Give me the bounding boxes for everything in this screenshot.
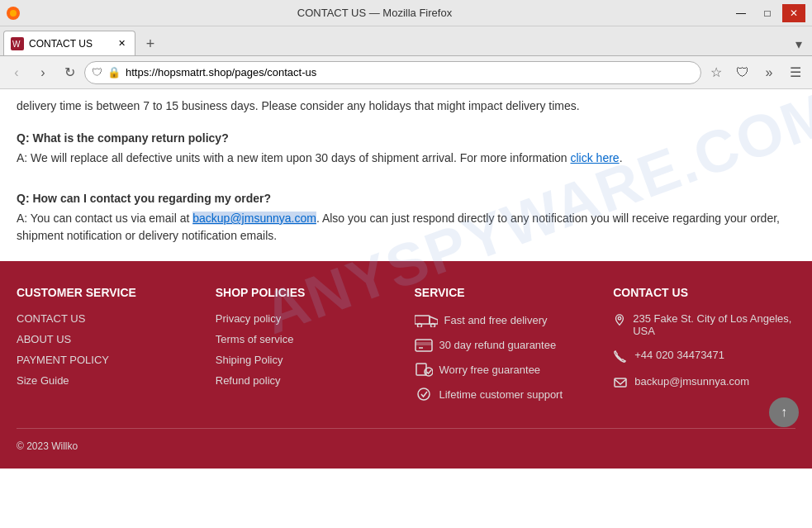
svg-point-13 xyxy=(418,388,430,400)
faq-item-2: Q: How can I contact you regarding my or… xyxy=(17,183,795,261)
faq-answer-1-post: . xyxy=(620,151,623,164)
footer-link-about-us[interactable]: ABOUT US xyxy=(17,333,199,345)
footer-contact-us: Contact us 235 Fake St. City of Los Ange… xyxy=(613,286,795,411)
footer-link-terms-of-service[interactable]: Terms of service xyxy=(216,333,398,345)
footer-link-contact-us[interactable]: CONTACT US xyxy=(17,312,199,325)
tabbar: W CONTACT US ✕ + ▾ xyxy=(0,26,812,56)
back-button[interactable]: ‹ xyxy=(5,61,28,84)
refresh-button[interactable]: ↻ xyxy=(58,61,81,84)
footer-link-shiping-policy[interactable]: Shiping Policy xyxy=(216,354,398,366)
bookmark-button[interactable]: ☆ xyxy=(705,61,728,84)
tab-list-button[interactable]: ▾ xyxy=(789,32,809,55)
contact-address: 235 Fake St. City of Los Angeles, USA xyxy=(613,312,795,337)
toolbar: ‹ › ↻ 🛡 🔒 ☆ 🛡 » ☰ xyxy=(0,56,812,89)
footer-link-size-guide[interactable]: Size Guide xyxy=(17,374,199,387)
tab-label: CONTACT US xyxy=(29,38,110,50)
lock-icon: 🔒 xyxy=(107,66,121,78)
footer: CUSTOMER SERVICE CONTACT US ABOUT US PAY… xyxy=(0,261,812,469)
faq-question-2: Q: How can I contact you regarding my or… xyxy=(17,192,795,205)
titlebar: CONTACT US — Mozilla Firefox — □ ✕ xyxy=(0,0,812,26)
worry-icon xyxy=(415,362,433,377)
service-item-delivery: Fast and free delivery xyxy=(415,312,597,327)
phone-icon xyxy=(613,349,628,364)
service-title: Service xyxy=(415,286,597,299)
lifetime-icon xyxy=(415,387,433,402)
click-here-link[interactable]: click here xyxy=(570,151,619,164)
delivery-icon xyxy=(415,312,438,327)
location-icon xyxy=(613,312,626,327)
service-item-refund-text: 30 day refund guarantee xyxy=(439,339,557,351)
service-item-lifetime-text: Lifetime customer support xyxy=(439,388,563,401)
faq-question-1: Q: What is the company return policy? xyxy=(17,131,795,145)
service-item-worry: Worry free guarantee xyxy=(415,362,597,377)
footer-link-payment-policy[interactable]: PAYMENT POLICY xyxy=(17,354,199,366)
security-icon: 🛡 xyxy=(92,66,102,78)
svg-point-7 xyxy=(430,324,434,328)
contact-us-title: Contact us xyxy=(613,286,795,299)
contact-phone-text: +44 020 34473471 xyxy=(634,349,724,361)
svg-rect-15 xyxy=(615,378,626,387)
page-content: delivery time is between 7 to 15 busines… xyxy=(0,89,812,261)
firefox-icon xyxy=(7,7,20,20)
customer-service-title: CUSTOMER SERVICE xyxy=(17,286,199,299)
footer-link-privacy-policy[interactable]: Privacy policy xyxy=(216,312,398,325)
extensions-button[interactable]: » xyxy=(757,61,781,84)
service-item-refund: 30 day refund guarantee xyxy=(415,337,597,352)
svg-rect-4 xyxy=(415,316,430,324)
minimize-button[interactable]: — xyxy=(729,4,753,22)
refund-icon xyxy=(415,337,433,352)
faq-answer-2: A: You can contact us via email at backu… xyxy=(17,210,795,245)
intro-text: delivery time is between 7 to 15 busines… xyxy=(17,89,795,123)
close-button[interactable]: ✕ xyxy=(782,4,805,22)
scroll-top-button[interactable]: ↑ xyxy=(769,397,799,427)
copyright-text: © 2023 Willko xyxy=(17,440,78,452)
service-item-delivery-text: Fast and free delivery xyxy=(444,314,548,326)
svg-point-1 xyxy=(10,10,17,17)
svg-point-6 xyxy=(417,324,421,328)
titlebar-left xyxy=(7,7,20,20)
faq-item-1: Q: What is the company return policy? A:… xyxy=(17,123,795,183)
contact-email-text: backup@jmsunnya.com xyxy=(634,375,749,388)
footer-grid: CUSTOMER SERVICE CONTACT US ABOUT US PAY… xyxy=(17,286,795,411)
footer-shop-policies: Shop Policies Privacy policy Terms of se… xyxy=(216,286,398,411)
shop-policies-title: Shop Policies xyxy=(216,286,398,299)
tab-favicon: W xyxy=(11,37,24,50)
tab-close-button[interactable]: ✕ xyxy=(115,37,128,50)
contact-phone: +44 020 34473471 xyxy=(613,349,795,364)
shield-button[interactable]: 🛡 xyxy=(731,61,754,84)
footer-customer-service: CUSTOMER SERVICE CONTACT US ABOUT US PAY… xyxy=(17,286,199,411)
svg-rect-9 xyxy=(415,342,432,345)
url-bar-container[interactable]: 🛡 🔒 xyxy=(84,61,701,84)
footer-service: Service Fast and free delivery xyxy=(415,286,597,411)
svg-point-14 xyxy=(618,316,621,320)
service-item-lifetime: Lifetime customer support xyxy=(415,387,597,402)
footer-link-refund-policy[interactable]: Refund policy xyxy=(216,374,398,387)
faq-answer-1: A: We will replace all defective units w… xyxy=(17,150,795,167)
contact-address-text: 235 Fake St. City of Los Angeles, USA xyxy=(633,312,795,337)
new-tab-button[interactable]: + xyxy=(139,32,162,55)
titlebar-title: CONTACT US — Mozilla Firefox xyxy=(20,7,729,19)
window-controls: — □ ✕ xyxy=(729,4,805,22)
maximize-button[interactable]: □ xyxy=(756,4,779,22)
faq-answer-1-pre: A: We will replace all defective units w… xyxy=(17,151,570,164)
content-area[interactable]: ANYSPYWARE.COM delivery time is between … xyxy=(0,89,812,528)
service-item-worry-text: Worry free guarantee xyxy=(439,364,541,376)
email-icon xyxy=(613,375,628,390)
menu-button[interactable]: ☰ xyxy=(784,61,807,84)
contact-email: backup@jmsunnya.com xyxy=(613,375,795,390)
svg-text:W: W xyxy=(12,40,21,49)
email-link[interactable]: backup@jmsunnya.com xyxy=(192,212,316,225)
svg-marker-5 xyxy=(430,316,438,324)
forward-button[interactable]: › xyxy=(31,61,55,84)
faq-answer-2-pre: A: You can contact us via email at xyxy=(17,212,192,225)
url-input[interactable] xyxy=(126,66,694,78)
active-tab[interactable]: W CONTACT US ✕ xyxy=(3,31,135,55)
footer-bottom: © 2023 Willko xyxy=(17,428,795,452)
